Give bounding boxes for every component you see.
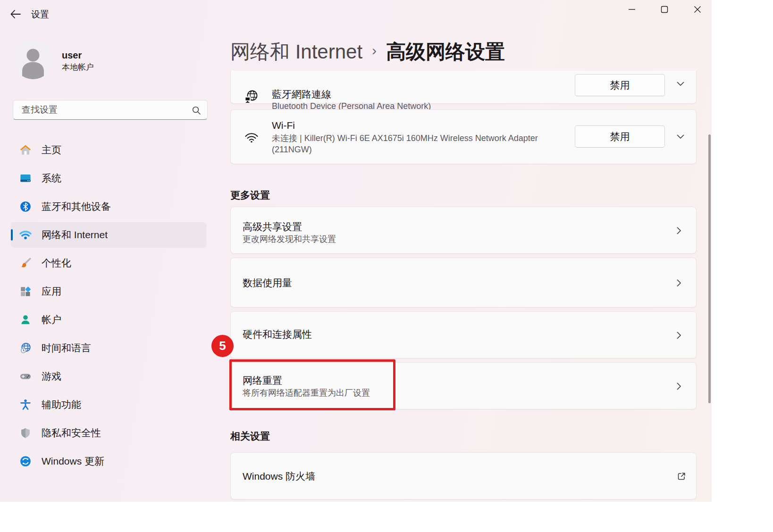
search-input[interactable] <box>21 102 188 117</box>
adapter-card-bluetooth: 藍牙網路連線 Bluetooth Device (Personal Area N… <box>230 71 697 104</box>
close-icon <box>693 5 702 14</box>
bluetooth-icon <box>19 200 32 213</box>
gaming-icon <box>19 370 32 383</box>
sidebar-item-accessibility[interactable]: 辅助功能 <box>11 392 206 417</box>
chevron-right-icon <box>677 279 684 287</box>
sidebar-item-personalization[interactable]: 个性化 <box>11 250 206 276</box>
sidebar-item-accounts[interactable]: 帐户 <box>11 307 206 332</box>
minimize-icon <box>628 5 636 14</box>
chevron-right-icon <box>677 382 684 390</box>
accessibility-icon <box>19 398 32 411</box>
highlight-box <box>229 359 395 410</box>
step-badge: 5 <box>211 335 234 357</box>
row-title: 高级共享设置 <box>243 221 302 233</box>
sidebar-item-label: 应用 <box>42 285 61 298</box>
sidebar-item-system[interactable]: 系统 <box>11 166 206 191</box>
sidebar-item-label: 系统 <box>42 172 61 185</box>
privacy-icon <box>19 426 32 440</box>
row-title: Windows 防火墙 <box>243 470 315 482</box>
sidebar-nav: 主页 系统 蓝牙和 <box>11 137 206 474</box>
system-icon <box>19 172 32 185</box>
sidebar-item-home[interactable]: 主页 <box>11 137 206 163</box>
external-link-icon <box>677 472 684 479</box>
avatar[interactable] <box>13 40 53 79</box>
account-type: 本地帐户 <box>62 62 94 73</box>
sidebar-item-apps[interactable]: 应用 <box>11 279 206 304</box>
breadcrumb-separator-icon: › <box>372 42 377 58</box>
settings-row-hardware-properties[interactable]: 硬件和连接属性 <box>230 311 697 358</box>
sidebar: user 本地帐户 主页 <box>0 22 218 502</box>
settings-row-advanced-sharing[interactable]: 高级共享设置 更改网络发现和共享设置 <box>230 207 697 254</box>
adapter-title: Wi-Fi <box>272 119 295 132</box>
sidebar-item-privacy[interactable]: 隐私和安全性 <box>11 420 206 446</box>
user-name: user <box>62 49 82 61</box>
settings-row-windows-firewall[interactable]: Windows 防火墙 <box>230 452 697 499</box>
settings-window: 设置 user 本地帐户 <box>0 0 712 502</box>
disable-button[interactable]: 禁用 <box>575 74 665 96</box>
sidebar-item-label: 帐户 <box>42 313 61 326</box>
row-subtitle: 更改网络发现和共享设置 <box>243 233 336 245</box>
apps-icon <box>19 285 32 298</box>
adapter-title: 藍牙網路連線 <box>272 88 331 100</box>
search-icon <box>192 106 201 115</box>
sidebar-item-bluetooth[interactable]: 蓝牙和其他设备 <box>11 194 206 219</box>
sidebar-item-label: 游戏 <box>42 370 61 383</box>
row-title: 数据使用量 <box>243 277 292 289</box>
breadcrumb: 网络和 Internet › 高级网络设置 <box>230 39 505 65</box>
section-header-related-settings: 相关设置 <box>230 429 270 444</box>
back-button[interactable] <box>9 8 23 21</box>
network-icon <box>19 228 32 241</box>
sidebar-item-label: 主页 <box>42 143 61 157</box>
wifi-icon <box>244 129 260 145</box>
settings-row-data-usage[interactable]: 数据使用量 <box>230 258 697 308</box>
person-icon <box>13 40 53 79</box>
sidebar-item-time-language[interactable]: 时间和语言 <box>11 335 206 361</box>
sidebar-item-label: Windows 更新 <box>42 455 104 468</box>
row-title: 硬件和连接属性 <box>243 328 312 341</box>
titlebar: 设置 <box>0 0 712 22</box>
adapter-card-wifi: Wi-Fi 未连接 | Killer(R) Wi-Fi 6E AX1675i 1… <box>230 109 697 164</box>
accounts-icon <box>19 313 32 326</box>
adapter-subtitle-line2: (211NGW) <box>272 144 312 155</box>
section-header-more-settings: 更多设置 <box>230 188 270 203</box>
selection-accent-bar <box>11 229 13 241</box>
sidebar-item-label: 隐私和安全性 <box>42 426 101 440</box>
windows-update-icon <box>19 455 32 468</box>
time-language-icon <box>19 341 32 355</box>
maximize-button[interactable] <box>654 0 675 19</box>
adapter-subtitle-line1: 未连接 | Killer(R) Wi-Fi 6E AX1675i 160MHz … <box>272 133 538 144</box>
chevron-down-icon[interactable] <box>677 82 684 89</box>
chevron-right-icon <box>677 332 684 339</box>
sidebar-item-label: 辅助功能 <box>42 398 81 411</box>
minimize-button[interactable] <box>621 0 643 19</box>
chevron-down-icon[interactable] <box>677 134 684 142</box>
sidebar-item-network[interactable]: 网络和 Internet <box>11 222 206 248</box>
sidebar-item-label: 网络和 Internet <box>42 228 108 241</box>
sidebar-item-windows-update[interactable]: Windows 更新 <box>11 449 206 474</box>
scrollbar[interactable] <box>708 134 711 403</box>
sidebar-item-label: 时间和语言 <box>42 341 91 355</box>
maximize-icon <box>660 5 669 14</box>
chevron-right-icon <box>677 227 684 234</box>
sidebar-item-gaming[interactable]: 游戏 <box>11 364 206 389</box>
breadcrumb-parent[interactable]: 网络和 Internet <box>230 39 362 65</box>
search-box <box>13 100 208 120</box>
app-title: 设置 <box>31 9 49 20</box>
back-arrow-icon <box>9 8 23 20</box>
disable-button[interactable]: 禁用 <box>575 125 665 148</box>
bluetooth-network-icon <box>244 89 260 105</box>
personalization-icon <box>19 257 32 270</box>
sidebar-item-label: 个性化 <box>42 257 71 270</box>
home-icon <box>19 143 32 157</box>
close-button[interactable] <box>687 0 708 19</box>
content-viewport: 藍牙網路連線 Bluetooth Device (Personal Area N… <box>230 71 698 502</box>
page-title: 高级网络设置 <box>386 39 505 65</box>
sidebar-item-label: 蓝牙和其他设备 <box>42 200 111 213</box>
